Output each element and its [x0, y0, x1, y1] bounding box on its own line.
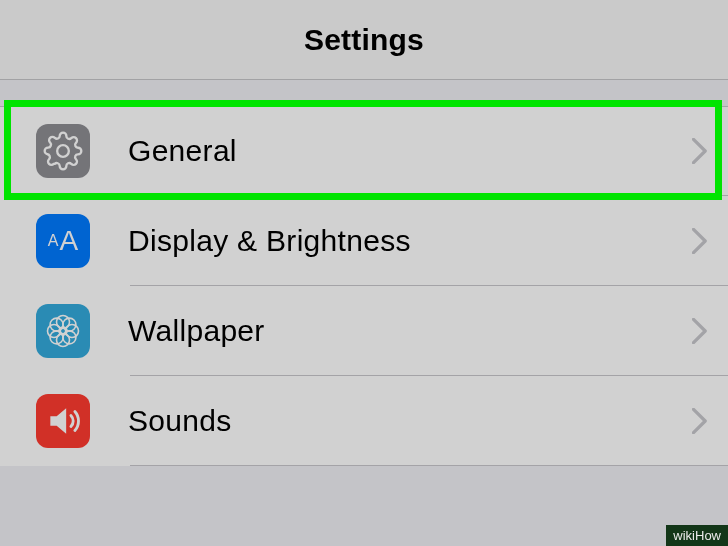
chevron-right-icon: [692, 318, 708, 344]
settings-header: Settings: [0, 0, 728, 80]
gear-icon: [36, 124, 90, 178]
settings-row-general[interactable]: General: [0, 106, 728, 196]
watermark: wikiHow: [666, 525, 728, 546]
row-divider: [130, 465, 728, 466]
settings-row-sounds[interactable]: Sounds: [0, 376, 728, 466]
settings-row-wallpaper[interactable]: Wallpaper: [0, 286, 728, 376]
chevron-right-icon: [692, 228, 708, 254]
settings-row-display-brightness[interactable]: AA Display & Brightness: [0, 196, 728, 286]
row-label: General: [128, 134, 692, 168]
flower-icon: [36, 304, 90, 358]
chevron-right-icon: [692, 408, 708, 434]
row-label: Wallpaper: [128, 314, 692, 348]
page-title: Settings: [304, 23, 424, 57]
settings-list: General AA Display & Brightness: [0, 106, 728, 466]
text-size-icon: AA: [36, 214, 90, 268]
row-label: Sounds: [128, 404, 692, 438]
section-gap: [0, 80, 728, 106]
row-divider: [130, 195, 728, 196]
row-label: Display & Brightness: [128, 224, 692, 258]
speaker-icon: [36, 394, 90, 448]
chevron-right-icon: [692, 138, 708, 164]
